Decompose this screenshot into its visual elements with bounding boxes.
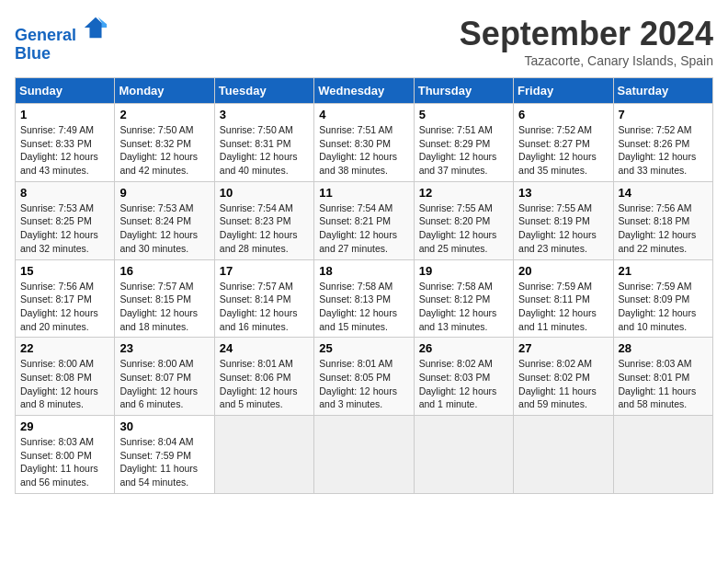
day-info: Sunrise: 8:03 AMSunset: 8:01 PMDaylight:…: [619, 357, 708, 411]
day-info: Sunrise: 7:51 AMSunset: 8:29 PMDaylight:…: [419, 123, 508, 178]
calendar-week-5: 29Sunrise: 8:03 AMSunset: 8:00 PMDayligh…: [16, 416, 713, 494]
day-info: Sunrise: 7:57 AMSunset: 8:14 PMDaylight:…: [220, 280, 309, 334]
day-number: 24: [220, 341, 309, 355]
day-number: 4: [319, 108, 408, 121]
calendar-cell: 13Sunrise: 7:55 AMSunset: 8:19 PMDayligh…: [514, 181, 613, 259]
day-number: 19: [419, 264, 508, 278]
calendar-cell: [514, 416, 613, 494]
day-info: Sunrise: 7:53 AMSunset: 8:25 PMDaylight:…: [20, 201, 109, 256]
day-number: 8: [20, 186, 109, 200]
title-block: September 2024 Tazacorte, Canary Islands…: [460, 15, 713, 68]
day-info: Sunrise: 7:49 AMSunset: 8:33 PMDaylight:…: [20, 123, 109, 178]
day-number: 16: [119, 264, 209, 278]
calendar-cell: 25Sunrise: 8:01 AMSunset: 8:05 PMDayligh…: [314, 338, 414, 416]
day-number: 29: [20, 419, 109, 433]
day-number: 26: [419, 341, 508, 355]
day-number: 28: [619, 341, 708, 355]
day-number: 21: [619, 264, 708, 278]
day-number: 15: [20, 264, 109, 278]
day-number: 9: [119, 186, 209, 200]
day-info: Sunrise: 7:58 AMSunset: 8:12 PMDaylight:…: [419, 280, 508, 334]
day-info: Sunrise: 7:55 AMSunset: 8:19 PMDaylight:…: [518, 201, 608, 256]
day-info: Sunrise: 7:50 AMSunset: 8:31 PMDaylight:…: [220, 123, 309, 178]
day-info: Sunrise: 8:01 AMSunset: 8:06 PMDaylight:…: [220, 357, 309, 411]
calendar-cell: 19Sunrise: 7:58 AMSunset: 8:12 PMDayligh…: [414, 259, 513, 338]
logo: General Blue: [15, 15, 108, 63]
day-number: 23: [119, 341, 209, 355]
calendar-cell: [314, 416, 414, 494]
day-number: 12: [419, 186, 508, 200]
day-info: Sunrise: 7:59 AMSunset: 8:11 PMDaylight:…: [518, 280, 608, 334]
header-row: SundayMondayTuesdayWednesdayThursdayFrid…: [16, 78, 713, 104]
calendar-cell: 11Sunrise: 7:54 AMSunset: 8:21 PMDayligh…: [314, 181, 414, 259]
calendar-cell: 20Sunrise: 7:59 AMSunset: 8:11 PMDayligh…: [514, 259, 613, 338]
day-info: Sunrise: 7:50 AMSunset: 8:32 PMDaylight:…: [119, 123, 209, 178]
day-info: Sunrise: 7:55 AMSunset: 8:20 PMDaylight:…: [419, 201, 508, 256]
day-header-monday: Monday: [115, 78, 214, 104]
calendar-week-1: 1Sunrise: 7:49 AMSunset: 8:33 PMDaylight…: [16, 104, 713, 182]
month-title: September 2024: [460, 15, 713, 53]
day-info: Sunrise: 7:54 AMSunset: 8:23 PMDaylight:…: [220, 201, 309, 256]
day-info: Sunrise: 7:58 AMSunset: 8:13 PMDaylight:…: [319, 280, 408, 334]
day-info: Sunrise: 7:56 AMSunset: 8:17 PMDaylight:…: [20, 280, 109, 334]
calendar-cell: 29Sunrise: 8:03 AMSunset: 8:00 PMDayligh…: [16, 416, 115, 494]
day-info: Sunrise: 7:52 AMSunset: 8:27 PMDaylight:…: [518, 123, 608, 178]
day-number: 22: [20, 341, 109, 355]
day-header-wednesday: Wednesday: [314, 78, 414, 104]
logo-text: General: [15, 15, 108, 45]
calendar-week-2: 8Sunrise: 7:53 AMSunset: 8:25 PMDaylight…: [16, 181, 713, 259]
day-info: Sunrise: 8:02 AMSunset: 8:02 PMDaylight:…: [518, 357, 608, 411]
day-info: Sunrise: 8:02 AMSunset: 8:03 PMDaylight:…: [419, 357, 508, 411]
calendar-cell: 30Sunrise: 8:04 AMSunset: 7:59 PMDayligh…: [115, 416, 214, 494]
day-info: Sunrise: 8:00 AMSunset: 8:07 PMDaylight:…: [119, 357, 209, 411]
day-header-friday: Friday: [514, 78, 613, 104]
calendar-cell: 3Sunrise: 7:50 AMSunset: 8:31 PMDaylight…: [214, 104, 313, 182]
calendar-week-3: 15Sunrise: 7:56 AMSunset: 8:17 PMDayligh…: [16, 259, 713, 338]
calendar-cell: 22Sunrise: 8:00 AMSunset: 8:08 PMDayligh…: [16, 338, 115, 416]
day-number: 25: [319, 341, 408, 355]
day-number: 20: [518, 264, 608, 278]
day-header-sunday: Sunday: [16, 78, 115, 104]
day-info: Sunrise: 7:56 AMSunset: 8:18 PMDaylight:…: [619, 201, 708, 256]
calendar-cell: 2Sunrise: 7:50 AMSunset: 8:32 PMDaylight…: [115, 104, 214, 182]
day-number: 3: [220, 108, 309, 121]
calendar-cell: 10Sunrise: 7:54 AMSunset: 8:23 PMDayligh…: [214, 181, 313, 259]
day-number: 17: [220, 264, 309, 278]
day-number: 1: [20, 108, 109, 121]
day-header-tuesday: Tuesday: [214, 78, 313, 104]
page-header: General Blue September 2024 Tazacorte, C…: [15, 15, 713, 68]
day-header-thursday: Thursday: [414, 78, 513, 104]
day-number: 11: [319, 186, 408, 200]
day-info: Sunrise: 7:59 AMSunset: 8:09 PMDaylight:…: [619, 280, 708, 334]
calendar-cell: 18Sunrise: 7:58 AMSunset: 8:13 PMDayligh…: [314, 259, 414, 338]
day-number: 30: [119, 419, 209, 433]
logo-line1: General: [15, 26, 76, 44]
calendar-cell: 16Sunrise: 7:57 AMSunset: 8:15 PMDayligh…: [115, 259, 214, 338]
calendar-cell: [414, 416, 513, 494]
calendar-cell: 27Sunrise: 8:02 AMSunset: 8:02 PMDayligh…: [514, 338, 613, 416]
day-number: 13: [518, 186, 608, 200]
calendar-cell: 1Sunrise: 7:49 AMSunset: 8:33 PMDaylight…: [16, 104, 115, 182]
calendar-cell: 6Sunrise: 7:52 AMSunset: 8:27 PMDaylight…: [514, 104, 613, 182]
day-info: Sunrise: 8:03 AMSunset: 8:00 PMDaylight:…: [20, 435, 109, 489]
day-info: Sunrise: 7:52 AMSunset: 8:26 PMDaylight:…: [619, 123, 708, 178]
day-number: 27: [518, 341, 608, 355]
day-number: 10: [220, 186, 309, 200]
logo-icon: [83, 15, 108, 40]
day-number: 7: [619, 108, 708, 121]
calendar-cell: 17Sunrise: 7:57 AMSunset: 8:14 PMDayligh…: [214, 259, 313, 338]
day-info: Sunrise: 8:04 AMSunset: 7:59 PMDaylight:…: [119, 435, 209, 489]
calendar-cell: 8Sunrise: 7:53 AMSunset: 8:25 PMDaylight…: [16, 181, 115, 259]
calendar-cell: 23Sunrise: 8:00 AMSunset: 8:07 PMDayligh…: [115, 338, 214, 416]
location-subtitle: Tazacorte, Canary Islands, Spain: [460, 53, 713, 68]
calendar-cell: 24Sunrise: 8:01 AMSunset: 8:06 PMDayligh…: [214, 338, 313, 416]
calendar-cell: 5Sunrise: 7:51 AMSunset: 8:29 PMDaylight…: [414, 104, 513, 182]
day-info: Sunrise: 7:57 AMSunset: 8:15 PMDaylight:…: [119, 280, 209, 334]
calendar-cell: 7Sunrise: 7:52 AMSunset: 8:26 PMDaylight…: [613, 104, 712, 182]
calendar-cell: 15Sunrise: 7:56 AMSunset: 8:17 PMDayligh…: [16, 259, 115, 338]
calendar-cell: 26Sunrise: 8:02 AMSunset: 8:03 PMDayligh…: [414, 338, 513, 416]
day-number: 2: [119, 108, 209, 121]
calendar-week-4: 22Sunrise: 8:00 AMSunset: 8:08 PMDayligh…: [16, 338, 713, 416]
day-info: Sunrise: 7:51 AMSunset: 8:30 PMDaylight:…: [319, 123, 408, 178]
logo-line2: Blue: [15, 44, 51, 63]
